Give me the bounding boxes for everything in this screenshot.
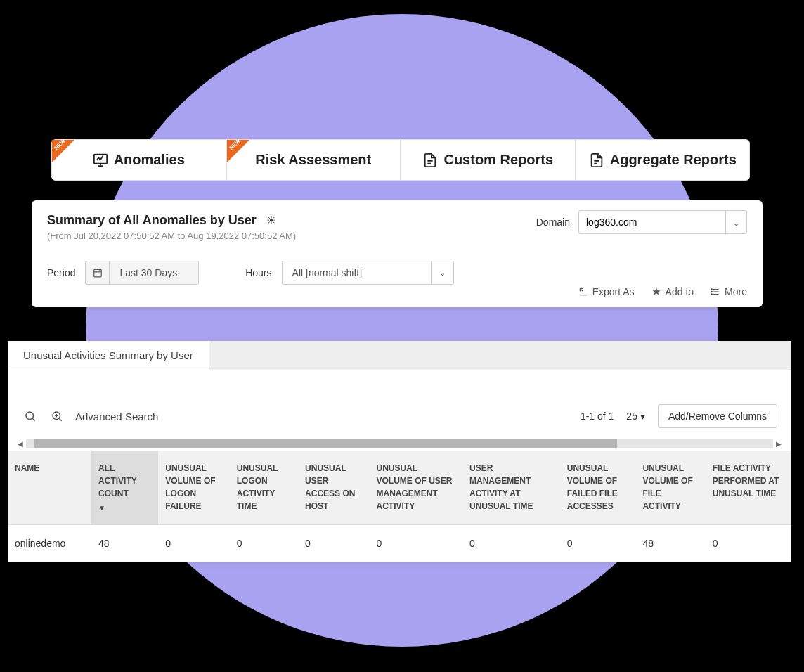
summary-card: Summary of All Anomalies by User ☀ (From…: [32, 200, 763, 307]
col-unusual-logon-time[interactable]: UNUSUAL LOGON ACTIVITY TIME: [230, 451, 298, 525]
data-table: NAME ALL ACTIVITY COUNT▼ UNUSUAL VOLUME …: [8, 451, 791, 562]
cell-name: onlinedemo: [8, 525, 91, 562]
period-select[interactable]: Last 30 Days: [85, 261, 199, 285]
period-label: Period: [47, 267, 75, 278]
tab-custom-reports[interactable]: Custom Reports: [401, 139, 576, 181]
cell: 0: [706, 525, 791, 562]
period-value: Last 30 Days: [110, 267, 198, 278]
caret-down-icon: ▾: [640, 411, 645, 422]
domain-value: log360.com: [586, 217, 637, 228]
export-button[interactable]: Export As: [578, 286, 635, 297]
panel-tabs: Unusual Activities Summary by User: [8, 341, 791, 370]
svg-point-9: [711, 291, 712, 292]
tab-label: Custom Reports: [443, 152, 553, 168]
tab-anomalies[interactable]: NEW Anomalies: [51, 139, 226, 181]
chevron-down-icon: ⌄: [725, 211, 746, 235]
chevron-down-icon: ⌄: [431, 261, 453, 284]
addto-label: Add to: [666, 286, 694, 297]
cell: 0: [462, 525, 560, 562]
svg-point-11: [26, 412, 34, 420]
col-all-activity-count[interactable]: ALL ACTIVITY COUNT▼: [91, 451, 158, 525]
table-row[interactable]: onlinedemo 48 0 0 0 0 0 0 48 0: [8, 525, 791, 562]
page-title: Summary of All Anomalies by User: [47, 213, 257, 228]
cell: 0: [560, 525, 636, 562]
col-unusual-logon-failure[interactable]: UNUSUAL VOLUME OF LOGON FAILURE: [158, 451, 229, 525]
table-toolbar: Advanced Search 1-1 of 1 25 ▾ Add/Remove…: [8, 370, 791, 437]
svg-line-12: [32, 418, 35, 421]
tab-risk-assessment[interactable]: NEW Risk Assessment: [226, 139, 401, 181]
tab-label: Aggregate Reports: [610, 152, 737, 168]
panel-tab-active[interactable]: Unusual Activities Summary by User: [8, 341, 209, 370]
export-label: Export As: [592, 286, 635, 297]
col-name[interactable]: NAME: [8, 451, 91, 525]
document-star-icon: [589, 153, 604, 168]
addto-button[interactable]: Add to: [651, 286, 694, 297]
domain-label: Domain: [536, 217, 570, 228]
hours-select[interactable]: All [normal shift] ⌄: [282, 261, 454, 285]
tab-label: Anomalies: [114, 152, 185, 168]
col-file-activity-vol[interactable]: UNUSUAL VOLUME OF FILE ACTIVITY: [635, 451, 705, 525]
svg-point-8: [711, 289, 712, 290]
data-panel: Unusual Activities Summary by User Advan…: [8, 341, 791, 562]
horizontal-scrollbar[interactable]: ◀ ▶: [8, 437, 791, 451]
scroll-thumb[interactable]: [34, 439, 617, 448]
document-star-icon: [422, 153, 438, 168]
cell: 0: [158, 525, 229, 562]
hours-label: Hours: [245, 267, 271, 278]
svg-point-10: [711, 294, 712, 295]
search-plus-icon[interactable]: [48, 408, 65, 425]
add-remove-columns-button[interactable]: Add/Remove Columns: [658, 404, 777, 428]
svg-rect-1: [94, 269, 102, 277]
col-user-mgmt-unusual-time[interactable]: USER MANAGEMENT ACTIVITY AT UNUSUAL TIME: [462, 451, 560, 525]
cell: 0: [298, 525, 369, 562]
lightbulb-icon[interactable]: ☀: [266, 214, 276, 226]
col-unusual-user-access[interactable]: UNUSUAL USER ACCESS ON HOST: [298, 451, 369, 525]
col-failed-file-access[interactable]: UNUSUAL VOLUME OF FAILED FILE ACCESSES: [560, 451, 636, 525]
cell: 48: [635, 525, 705, 562]
col-file-activity-time[interactable]: FILE ACTIVITY PERFORMED AT UNUSUAL TIME: [706, 451, 791, 525]
more-label: More: [725, 286, 747, 297]
cell: 0: [370, 525, 463, 562]
cell: 0: [230, 525, 298, 562]
filter-row: Period Last 30 Days Hours All [normal sh…: [47, 261, 747, 285]
pagination-info: 1-1 of 1: [581, 411, 614, 422]
advanced-search-link[interactable]: Advanced Search: [75, 411, 158, 422]
export-icon: [578, 287, 588, 297]
hours-value: All [normal shift]: [292, 267, 363, 278]
monitor-chart-icon: [93, 153, 108, 168]
list-icon: [711, 287, 720, 297]
action-row: Export As Add to More: [578, 286, 747, 297]
col-unusual-user-mgmt-vol[interactable]: UNUSUAL VOLUME OF USER MANAGEMENT ACTIVI…: [370, 451, 463, 525]
scroll-right-arrow[interactable]: ▶: [773, 440, 784, 448]
cell-count: 48: [91, 525, 158, 562]
calendar-icon: [86, 261, 110, 284]
domain-select[interactable]: log360.com ⌄: [578, 210, 747, 234]
domain-filter: Domain log360.com ⌄: [536, 210, 747, 234]
more-button[interactable]: More: [711, 286, 747, 297]
tab-label: Risk Assessment: [255, 152, 371, 168]
table-header-row: NAME ALL ACTIVITY COUNT▼ UNUSUAL VOLUME …: [8, 451, 791, 525]
page-size-select[interactable]: 25 ▾: [626, 411, 645, 422]
star-icon: [651, 287, 661, 297]
svg-line-14: [59, 418, 62, 421]
refresh-search-icon[interactable]: [22, 408, 39, 425]
scroll-left-arrow[interactable]: ◀: [15, 440, 26, 448]
main-tabs: NEW Anomalies NEW Risk Assessment Custom…: [51, 139, 750, 181]
sort-desc-icon: ▼: [98, 503, 151, 513]
scroll-track[interactable]: [26, 439, 773, 448]
tab-aggregate-reports[interactable]: Aggregate Reports: [576, 139, 751, 181]
